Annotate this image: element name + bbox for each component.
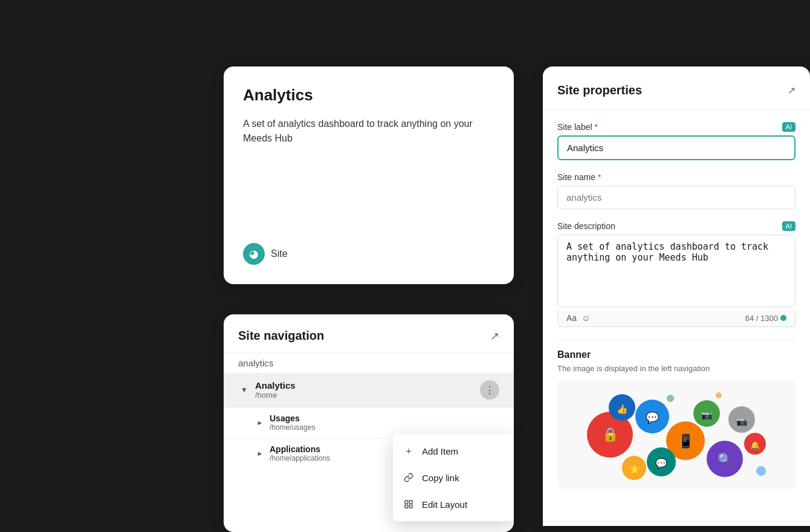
site-label-label: Site label AI [557, 122, 795, 132]
properties-body: Site label AI Site name Site description… [543, 110, 810, 526]
site-label-field: Site label AI [557, 122, 795, 160]
svg-point-26 [756, 466, 766, 476]
properties-expand-icon[interactable]: ↗ [788, 85, 795, 96]
context-add-item-label: Add Item [422, 446, 458, 456]
svg-text:🔔: 🔔 [750, 440, 760, 450]
link-icon [403, 472, 415, 484]
svg-rect-3 [409, 505, 412, 508]
context-copy-link[interactable]: Copy link [393, 464, 514, 491]
context-edit-layout-label: Edit Layout [422, 499, 467, 510]
svg-text:📷: 📷 [736, 416, 748, 427]
context-add-item[interactable]: ＋ Add Item [393, 438, 514, 464]
site-label-ai-badge[interactable]: AI [782, 122, 795, 132]
nav-chevron-down: ▼ [238, 384, 250, 396]
nav-item-path: /home [255, 391, 480, 400]
nav-sub-item-usages[interactable]: ► Usages /home/usages [224, 407, 514, 438]
banner-image: 🔒 💬 📱 💬 🔍 📷 [574, 380, 779, 489]
context-copy-link-label: Copy link [422, 473, 459, 483]
svg-rect-0 [405, 501, 408, 504]
nav-sub-info-usages: Usages /home/usages [270, 414, 499, 432]
svg-rect-2 [405, 505, 408, 508]
site-icon: ◕ [243, 243, 265, 265]
nav-section-label: analytics [224, 352, 514, 373]
analytics-card-title: Analytics [243, 86, 494, 105]
site-description-text: Site description [557, 221, 615, 231]
svg-rect-1 [409, 501, 412, 504]
grid-icon [403, 498, 415, 510]
site-footer-label: Site [271, 248, 288, 259]
banner-field: Banner The image is displayed in the lef… [557, 349, 795, 489]
site-name-label: Site name [557, 172, 795, 182]
textarea-footer: Aa ☺ 64 / 1300 [557, 310, 795, 327]
site-description-label: Site description AI [557, 221, 795, 231]
emoji-tool[interactable]: ☺ [582, 313, 590, 323]
banner-area[interactable]: 🔒 💬 📱 💬 🔍 📷 [557, 380, 795, 489]
site-description-field: Site description AI A set of analytics d… [557, 221, 795, 327]
site-label-input[interactable] [557, 135, 795, 160]
site-name-input[interactable] [557, 186, 795, 209]
site-name-field: Site name [557, 172, 795, 209]
svg-text:🔒: 🔒 [602, 426, 619, 443]
nav-sub-path-usages: /home/usages [270, 423, 499, 432]
site-description-textarea[interactable]: A set of analytics dashboard to track an… [557, 235, 795, 307]
analytics-card-footer: ◕ Site [243, 243, 494, 265]
site-label-text: Site label [557, 122, 598, 132]
analytics-card: Analytics A set of analytics dashboard t… [224, 66, 514, 284]
nav-sub-name-usages: Usages [270, 414, 499, 423]
banner-label: Banner [557, 349, 795, 360]
svg-text:⭐: ⭐ [629, 464, 640, 475]
properties-header: Site properties ↗ [543, 66, 810, 110]
banner-sublabel: The image is displayed in the left navig… [557, 364, 795, 373]
char-count-text: 64 / 1300 [745, 314, 778, 323]
site-properties-panel: Site properties ↗ Site label AI Site nam… [543, 66, 810, 526]
nav-sub-chevron-usages: ► [255, 418, 265, 427]
site-name-text: Site name [557, 172, 601, 182]
svg-text:👍: 👍 [617, 404, 628, 415]
nav-card-header: Site navigation ↗ [224, 314, 514, 352]
svg-text:💬: 💬 [655, 458, 667, 469]
svg-text:📷: 📷 [701, 410, 713, 421]
site-description-ai-badge[interactable]: AI [782, 221, 795, 231]
nav-sub-chevron-applications: ► [255, 449, 265, 458]
svg-text:🔍: 🔍 [718, 452, 733, 467]
divider [557, 339, 795, 340]
font-size-tool[interactable]: Aa [566, 313, 577, 323]
nav-item-name: Analytics [255, 380, 480, 391]
nav-more-button[interactable]: ⋮ [480, 380, 499, 400]
plus-icon: ＋ [403, 445, 415, 457]
svg-point-25 [716, 392, 722, 398]
properties-title: Site properties [557, 83, 642, 97]
svg-point-24 [667, 395, 674, 402]
nav-expand-icon[interactable]: ↗ [490, 329, 499, 343]
nav-item-info: Analytics /home [255, 380, 480, 400]
char-count: 64 / 1300 [745, 314, 786, 323]
textarea-tools: Aa ☺ [566, 313, 590, 323]
char-dot [780, 315, 786, 321]
svg-text:💬: 💬 [646, 411, 659, 424]
nav-item-analytics[interactable]: ▼ Analytics /home ⋮ [224, 373, 514, 407]
context-menu: ＋ Add Item Copy link Edit Layout [393, 434, 514, 521]
context-edit-layout[interactable]: Edit Layout [393, 491, 514, 517]
analytics-card-description: A set of analytics dashboard to track an… [243, 117, 494, 243]
nav-card-title: Site navigation [238, 329, 324, 343]
svg-text:📱: 📱 [678, 433, 695, 449]
